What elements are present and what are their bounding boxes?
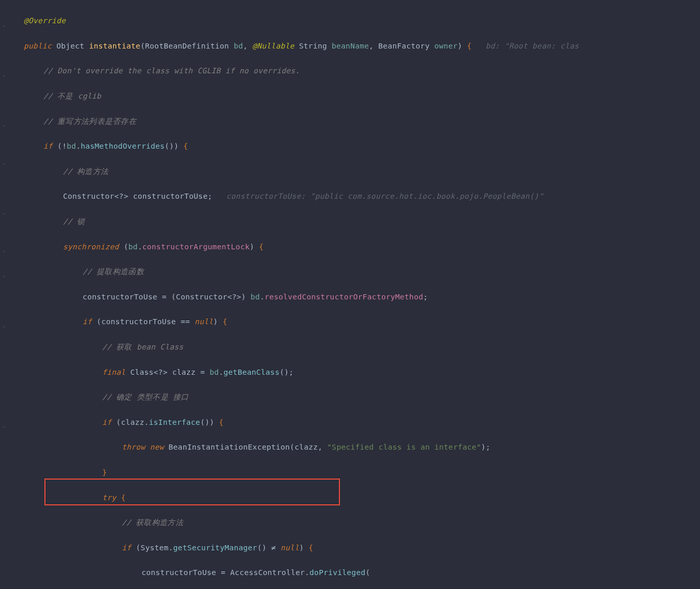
inlay-hint: bd: "Root bean: clas xyxy=(486,42,579,50)
inlay-hint: constructorToUse: "public com.source.hot… xyxy=(226,192,543,200)
comment: // 构造方法 xyxy=(63,167,108,176)
method-instantiate: instantiate xyxy=(89,42,140,50)
annotation-override: @Override xyxy=(24,17,66,25)
comment: // 获取构造方法 xyxy=(122,518,183,527)
comment: // 锁 xyxy=(63,217,85,226)
comment: // 重写方法列表是否存在 xyxy=(43,117,136,125)
comment: // 不是 cglib xyxy=(43,92,101,100)
comment: // 获取 bean Class xyxy=(102,343,183,351)
comment: // 提取构造函数 xyxy=(83,267,144,276)
code-editor[interactable]: @Override public Object instantiate(Root… xyxy=(0,2,584,589)
comment: // 确定 类型不是 接口 xyxy=(102,393,189,401)
comment: // Don't override the class with CGLIB i… xyxy=(43,67,300,75)
